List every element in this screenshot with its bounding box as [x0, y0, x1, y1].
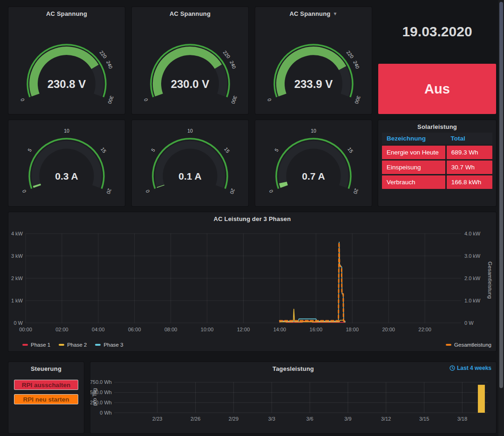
current-gauge-panel-3: 051015200.7 A	[255, 120, 372, 206]
gauge-tick-label: 15	[100, 146, 108, 154]
steuerung-panel: Steuerung RPI ausschaltenRPI neu starten	[8, 362, 84, 433]
rpi-restart-button[interactable]: RPI neu starten	[14, 394, 78, 404]
rpi-shutdown-button[interactable]: RPI ausschalten	[14, 380, 78, 390]
daily-chart[interactable]: 0 Wh250.0 Wh500.0 Wh750.0 Wh2/232/262/29…	[90, 362, 496, 433]
y-axis-tick-left: 4 kW	[11, 231, 23, 236]
gauge-tick-label: 20	[105, 188, 112, 195]
table-row: Energie von Heute689.3 Wh	[382, 146, 492, 159]
gauge-tick-label: 300	[107, 95, 115, 105]
panel-title[interactable]: Solarleistung	[378, 123, 496, 130]
control-buttons: RPI ausschaltenRPI neu starten	[8, 380, 84, 409]
x-axis-tick: 06:00	[128, 327, 141, 332]
gauge-value: 0.7 A	[302, 171, 325, 181]
voltage-gauge-panel-3: AC Spannung▼ 0220240300233.9 V	[255, 7, 372, 114]
table-cell-value: 689.3 Wh	[447, 146, 492, 159]
gauge-tick-label: 0	[266, 98, 272, 102]
panel-title[interactable]: AC Leistung der 3 Phasen	[8, 215, 496, 222]
series-phase-3	[279, 242, 345, 322]
table-cell-value: 166.8 kWh	[447, 175, 492, 189]
legend-right-group: Gesamtleistung	[446, 342, 491, 348]
gauge-tick-label: 300	[354, 95, 361, 105]
x-axis-tick: 18:00	[346, 327, 359, 332]
gauge: 051015200.1 A	[132, 120, 248, 206]
x-axis-tick: 12:00	[237, 327, 250, 332]
gauge-tick-label: 0	[21, 189, 27, 194]
gauge-value-arc	[283, 182, 285, 187]
gauge-value: 233.9 V	[294, 78, 333, 90]
panel-title[interactable]: Tagesleistung	[90, 365, 496, 372]
panel-title[interactable]: AC Spannung	[8, 10, 125, 17]
legend-left-group: Phase 1Phase 2Phase 3	[22, 342, 123, 348]
table-cell-label: Energie von Heute	[382, 146, 445, 159]
gauge-tick-label: 5	[273, 147, 279, 153]
y-axis-tick-left: 1 kW	[11, 298, 23, 303]
time-range-label: Last 4 weeks	[457, 365, 491, 371]
table-header: Bezeichnung Total	[382, 133, 492, 144]
scrollbar-thumb[interactable]	[499, 2, 503, 388]
gauge-tick-label: 0	[143, 98, 149, 102]
gauge: 0220240300230.0 V	[132, 20, 248, 113]
chart-legend: Phase 1Phase 2Phase 3 Gesamtleistung	[22, 342, 491, 348]
y-axis-tick: 0 Wh	[100, 410, 112, 416]
table-cell-value: 30.7 Wh	[447, 161, 492, 174]
legend-item-phase-1[interactable]: Phase 1	[22, 342, 50, 348]
table-row: Verbrauch166.8 kWh	[382, 175, 492, 189]
date-display: 19.03.2020	[378, 24, 496, 40]
legend-swatch	[59, 344, 64, 346]
legend-label: Phase 2	[67, 342, 87, 348]
x-axis-tick: 04:00	[92, 327, 105, 332]
x-axis-tick: 00:00	[19, 327, 32, 332]
y-axis-tick-right: 1.0 kW	[464, 298, 481, 303]
legend-swatch	[22, 344, 28, 346]
gauge-tick-label: 10	[187, 128, 193, 134]
current-gauge-panel-1: 051015200.3 A	[8, 120, 125, 206]
power-chart-panel: AC Leistung der 3 Phasen 0 W1 kW2 kW3 kW…	[8, 212, 496, 351]
x-axis-tick: 3/6	[306, 416, 313, 422]
x-axis-tick: 2/29	[229, 416, 238, 422]
x-axis-tick: 3/18	[457, 416, 467, 422]
x-axis-tick: 10:00	[201, 327, 214, 332]
x-axis-tick: 3/3	[268, 416, 275, 422]
gauge-tick-label: 20	[352, 188, 359, 195]
chevron-down-icon[interactable]: ▼	[333, 11, 338, 16]
gauge-tick-label: 240	[229, 60, 237, 69]
y-axis-tick-left: 3 kW	[11, 253, 23, 259]
gauge-tick-label: 10	[64, 128, 69, 134]
gauge: 0220240300233.9 V	[255, 20, 372, 113]
right-axis-label: Gesamtleistung	[487, 262, 493, 299]
gauge-tick-label: 10	[311, 128, 316, 134]
gauge-tick-label: 0	[268, 189, 274, 194]
x-axis-tick: 20:00	[382, 327, 395, 332]
y-axis-tick-right: 3.0 kW	[464, 253, 481, 259]
y-axis-tick-right: 4.0 kW	[464, 231, 481, 236]
gauge-tick-label: 220	[222, 49, 232, 59]
series-gesamtleistung	[279, 242, 345, 321]
col-header-bezeichnung[interactable]: Bezeichnung	[382, 133, 446, 144]
x-axis-tick: 14:00	[273, 327, 286, 332]
power-chart[interactable]: 0 W1 kW2 kW3 kW4 kW0 W1.0 kW2.0 kW3.0 kW…	[8, 212, 496, 351]
legend-item-phase-3[interactable]: Phase 3	[95, 342, 123, 348]
legend-item-gesamtleistung[interactable]: Gesamtleistung	[446, 342, 491, 348]
panel-title[interactable]: AC Spannung▼	[255, 10, 372, 17]
panel-title[interactable]: Steuerung	[8, 365, 84, 372]
legend-swatch	[95, 344, 101, 346]
gauge-tick-label: 15	[347, 146, 354, 154]
power-state-tile: Aus	[378, 64, 496, 114]
legend-label: Phase 3	[103, 342, 123, 348]
gauge: 051015200.7 A	[255, 120, 372, 206]
table-row: Einspeisung30.7 Wh	[382, 161, 492, 174]
gauge: 0220240300230.8 V	[8, 20, 125, 113]
legend-item-phase-2[interactable]: Phase 2	[59, 342, 87, 348]
x-axis-tick: 3/15	[419, 416, 429, 422]
bar-3/19	[478, 385, 485, 413]
time-range-link[interactable]: Last 4 weeks	[450, 365, 491, 371]
power-state-label: Aus	[424, 81, 450, 97]
gauge-value: 0.1 A	[178, 171, 201, 181]
panel-title[interactable]: AC Spannung	[132, 10, 248, 17]
col-header-total[interactable]: Total	[446, 133, 492, 144]
y-axis-label: pro Tag	[92, 388, 97, 406]
scrollbar-track[interactable]	[498, 0, 504, 436]
gauge-tick-label: 20	[229, 188, 236, 195]
x-axis-tick: 2/23	[152, 416, 162, 422]
table-cell-label: Verbrauch	[382, 175, 445, 189]
